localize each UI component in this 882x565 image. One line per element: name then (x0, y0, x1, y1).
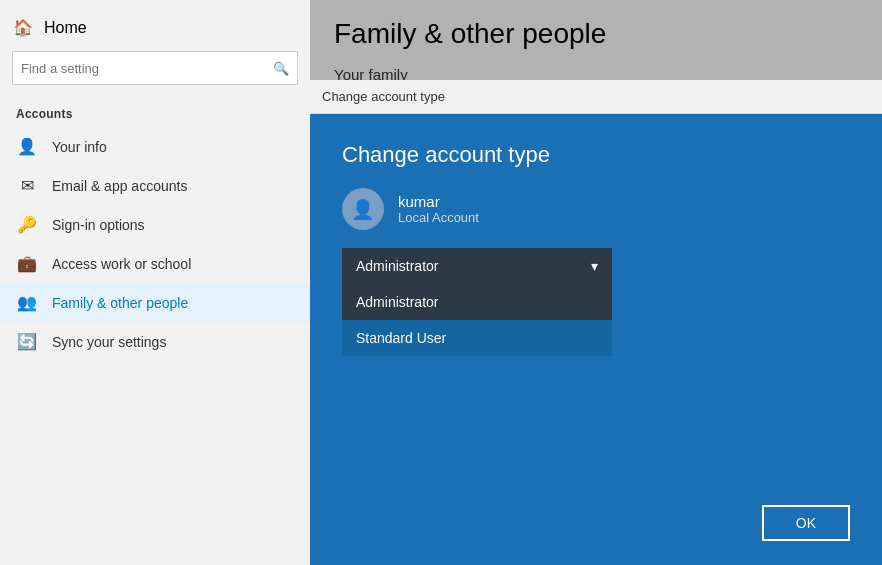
search-icon: 🔍 (273, 61, 289, 76)
dropdown-option-standard-user[interactable]: Standard User (342, 320, 612, 356)
home-icon: 🏠 (12, 18, 34, 37)
dialog-user-name: kumar (398, 193, 479, 210)
dialog-user-info: kumar Local Account (398, 193, 479, 225)
dropdown-selected[interactable]: Administrator ▾ (342, 248, 612, 284)
people-icon: 👥 (16, 293, 38, 312)
search-box[interactable]: 🔍 (12, 51, 298, 85)
home-nav-item[interactable]: 🏠 Home (0, 10, 310, 47)
home-label: Home (44, 19, 87, 37)
key-icon: 🔑 (16, 215, 38, 234)
search-input[interactable] (21, 61, 273, 76)
accounts-section-label: Accounts (0, 101, 310, 127)
dialog-titlebar: Change account type (310, 80, 882, 114)
dropdown-options: Administrator Standard User (342, 284, 612, 356)
dialog-heading: Change account type (342, 142, 850, 168)
sidebar-item-label: Sign-in options (52, 217, 145, 233)
sidebar-item-access-work-school[interactable]: 💼 Access work or school (0, 244, 310, 283)
dropdown-selected-label: Administrator (356, 258, 438, 274)
dialog-body: Change account type 👤 kumar Local Accoun… (310, 114, 882, 565)
sidebar-item-family-other-people[interactable]: 👥 Family & other people (0, 283, 310, 322)
sidebar: 🏠 Home 🔍 Accounts 👤 Your info ✉ Email & … (0, 0, 310, 565)
dialog-user-row: 👤 kumar Local Account (342, 188, 850, 230)
sidebar-item-label: Sync your settings (52, 334, 166, 350)
sidebar-item-label: Email & app accounts (52, 178, 187, 194)
sidebar-item-label: Your info (52, 139, 107, 155)
dropdown-option-administrator[interactable]: Administrator (342, 284, 612, 320)
sidebar-item-label: Family & other people (52, 295, 188, 311)
briefcase-icon: 💼 (16, 254, 38, 273)
sync-icon: 🔄 (16, 332, 38, 351)
dialog-titlebar-text: Change account type (322, 89, 445, 104)
your-info-icon: 👤 (16, 137, 38, 156)
chevron-down-icon: ▾ (591, 258, 598, 274)
email-icon: ✉ (16, 176, 38, 195)
account-type-dropdown[interactable]: Administrator ▾ Administrator Standard U… (342, 248, 612, 284)
sidebar-item-your-info[interactable]: 👤 Your info (0, 127, 310, 166)
sidebar-item-email-app-accounts[interactable]: ✉ Email & app accounts (0, 166, 310, 205)
main-content: Family & other people Your family + Add … (310, 0, 882, 565)
sidebar-item-label: Access work or school (52, 256, 191, 272)
sidebar-item-sync-settings[interactable]: 🔄 Sync your settings (0, 322, 310, 361)
ok-button[interactable]: OK (762, 505, 850, 541)
dialog-avatar: 👤 (342, 188, 384, 230)
dialog-footer: OK (342, 485, 850, 541)
dialog-avatar-icon: 👤 (351, 198, 375, 221)
sidebar-item-sign-in-options[interactable]: 🔑 Sign-in options (0, 205, 310, 244)
dialog-user-sub: Local Account (398, 210, 479, 225)
